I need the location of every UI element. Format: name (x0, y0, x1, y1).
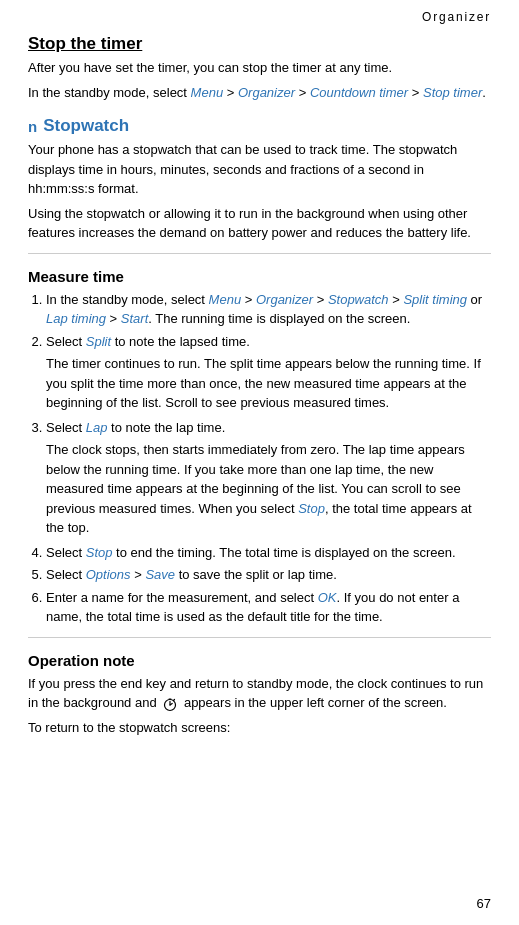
stop-timer-sep2: > (295, 85, 310, 100)
item4-prefix: Select (46, 545, 86, 560)
item1-split: Split timing (403, 292, 467, 307)
item5-sep: > (131, 567, 146, 582)
svg-line-5 (174, 699, 175, 700)
divider1 (28, 253, 491, 254)
item1-lap: Lap timing (46, 311, 106, 326)
item3-stop-ref: Stop (298, 501, 325, 516)
item4-suffix: to end the timing. The total time is dis… (113, 545, 456, 560)
header-title: Organizer (422, 10, 491, 24)
measure-time-heading: Measure time (28, 268, 491, 285)
item1-sep4: > (106, 311, 121, 326)
page: Organizer Stop the timer After you have … (0, 0, 519, 925)
item1-suffix: . The running time is displayed on the s… (148, 311, 410, 326)
stop-timer-cd: Countdown timer (310, 85, 408, 100)
item2-prefix: Select (46, 334, 86, 349)
divider2 (28, 637, 491, 638)
operation-note-heading: Operation note (28, 652, 491, 669)
item2-suffix: to note the lapsed time. (111, 334, 250, 349)
item1-sw: Stopwatch (328, 292, 389, 307)
item2-sub: The timer continues to run. The split ti… (46, 354, 491, 413)
stop-timer-suffix: . (482, 85, 486, 100)
stopwatch-para2: Using the stopwatch or allowing it to ru… (28, 204, 491, 243)
item1-or: or (467, 292, 482, 307)
item5-prefix: Select (46, 567, 86, 582)
list-item: Select Stop to end the timing. The total… (46, 543, 491, 563)
measure-time-list: In the standby mode, select Menu > Organ… (46, 290, 491, 627)
page-number: 67 (477, 896, 491, 911)
list-item: Select Split to note the lapsed time. Th… (46, 332, 491, 413)
item5-italic2: Save (145, 567, 175, 582)
stopwatch-icon (162, 696, 178, 712)
item1-org: Organizer (256, 292, 313, 307)
op-para1-suffix: appears in the upper left corner of the … (184, 695, 447, 710)
item1-menu: Menu (209, 292, 242, 307)
stop-timer-heading: Stop the timer (28, 34, 491, 54)
stop-timer-para2: In the standby mode, select Menu > Organ… (28, 83, 491, 103)
item3-suffix: to note the lap time. (107, 420, 225, 435)
item1-sep1: > (241, 292, 256, 307)
item1-sep2: > (313, 292, 328, 307)
item6-prefix: Enter a name for the measurement, and se… (46, 590, 318, 605)
stopwatch-section-heading: n Stopwatch (28, 116, 491, 136)
operation-note-para2: To return to the stopwatch screens: (28, 718, 491, 738)
item1-start: Start (121, 311, 148, 326)
item3-sub: The clock stops, then starts immediately… (46, 440, 491, 538)
stopwatch-heading: Stopwatch (43, 116, 129, 136)
item5-suffix: to save the split or lap time. (175, 567, 337, 582)
stop-timer-para2-prefix: In the standby mode, select (28, 85, 191, 100)
stop-timer-menu: Menu (191, 85, 224, 100)
item4-italic: Stop (86, 545, 113, 560)
item1-sep3: > (389, 292, 404, 307)
stop-timer-org: Organizer (238, 85, 295, 100)
stop-timer-sep1: > (223, 85, 238, 100)
item3-italic: Lap (86, 420, 108, 435)
list-item: Enter a name for the measurement, and se… (46, 588, 491, 627)
list-item: In the standby mode, select Menu > Organ… (46, 290, 491, 329)
item3-prefix: Select (46, 420, 86, 435)
stopwatch-para1: Your phone has a stopwatch that can be u… (28, 140, 491, 199)
list-item: Select Lap to note the lap time. The clo… (46, 418, 491, 538)
stopwatch-n-label: n (28, 118, 37, 135)
item2-italic: Split (86, 334, 111, 349)
list-item: Select Options > Save to save the split … (46, 565, 491, 585)
stop-timer-para1: After you have set the timer, you can st… (28, 58, 491, 78)
stop-timer-stop: Stop timer (423, 85, 482, 100)
stop-timer-sep3: > (408, 85, 423, 100)
item6-italic: OK (318, 590, 337, 605)
item5-italic1: Options (86, 567, 131, 582)
operation-note-para1: If you press the end key and return to s… (28, 674, 491, 713)
page-header: Organizer (28, 10, 491, 24)
item1-prefix: In the standby mode, select (46, 292, 209, 307)
